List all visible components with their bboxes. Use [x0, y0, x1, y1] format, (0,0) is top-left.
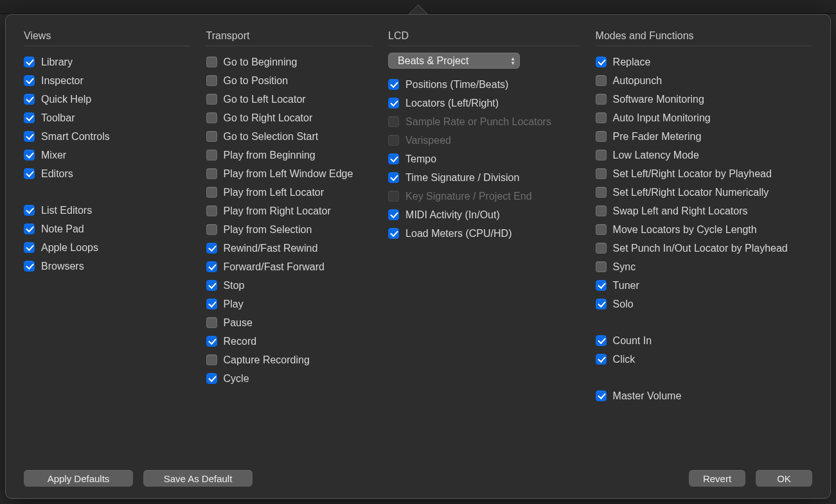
option-autopunch[interactable]: Autopunch [596, 71, 812, 90]
option-software-monitoring[interactable]: Software Monitoring [596, 90, 812, 109]
checkbox-software-monitoring[interactable] [596, 94, 607, 105]
option-load-meters-cpu-hd[interactable]: Load Meters (CPU/HD) [388, 224, 580, 243]
checkbox-rewind-fast-rewind[interactable] [206, 243, 217, 254]
checkbox-go-to-position[interactable] [206, 75, 217, 86]
checkbox-toolbar[interactable] [24, 112, 35, 123]
checkbox-tempo[interactable] [388, 153, 399, 164]
option-go-to-left-locator[interactable]: Go to Left Locator [206, 90, 373, 109]
option-capture-recording[interactable]: Capture Recording [206, 351, 373, 369]
checkbox-set-left-right-locator-numerically[interactable] [596, 187, 607, 198]
option-sync[interactable]: Sync [596, 257, 812, 276]
option-editors[interactable]: Editors [24, 164, 191, 183]
option-list-editors[interactable]: List Editors [24, 201, 191, 220]
ok-button[interactable]: OK [756, 470, 812, 487]
option-click[interactable]: Click [596, 350, 812, 369]
checkbox-play-from-left-locator[interactable] [206, 187, 217, 198]
option-library[interactable]: Library [24, 53, 191, 71]
checkbox-auto-input-monitoring[interactable] [596, 112, 607, 123]
checkbox-note-pad[interactable] [24, 223, 35, 234]
option-auto-input-monitoring[interactable]: Auto Input Monitoring [596, 109, 812, 127]
option-go-to-beginning[interactable]: Go to Beginning [206, 53, 373, 71]
option-browsers[interactable]: Browsers [24, 257, 191, 275]
option-tuner[interactable]: Tuner [596, 276, 812, 295]
checkbox-play-from-right-locator[interactable] [206, 205, 217, 216]
checkbox-mixer[interactable] [24, 150, 35, 161]
option-master-volume[interactable]: Master Volume [596, 387, 812, 405]
option-quick-help[interactable]: Quick Help [24, 90, 191, 109]
checkbox-editors[interactable] [24, 168, 35, 179]
checkbox-click[interactable] [596, 354, 607, 365]
option-replace[interactable]: Replace [596, 53, 812, 71]
option-go-to-position[interactable]: Go to Position [206, 71, 373, 90]
checkbox-midi-activity-in-out[interactable] [388, 209, 399, 220]
option-pre-fader-metering[interactable]: Pre Fader Metering [596, 127, 812, 146]
checkbox-browsers[interactable] [24, 261, 35, 272]
checkbox-library[interactable] [24, 56, 35, 67]
option-note-pad[interactable]: Note Pad [24, 220, 191, 238]
option-count-in[interactable]: Count In [596, 331, 812, 350]
checkbox-count-in[interactable] [596, 335, 607, 346]
checkbox-go-to-right-locator[interactable] [206, 112, 217, 123]
option-play-from-left-locator[interactable]: Play from Left Locator [206, 183, 373, 202]
option-locators-left-right[interactable]: Locators (Left/Right) [388, 94, 580, 112]
checkbox-tuner[interactable] [596, 280, 607, 291]
save-as-default-button[interactable]: Save As Default [143, 470, 253, 487]
option-play-from-selection[interactable]: Play from Selection [206, 220, 373, 239]
checkbox-forward-fast-forward[interactable] [206, 261, 217, 272]
checkbox-go-to-beginning[interactable] [206, 56, 217, 67]
checkbox-sync[interactable] [596, 261, 607, 272]
option-smart-controls[interactable]: Smart Controls [24, 127, 191, 146]
checkbox-locators-left-right[interactable] [388, 98, 399, 109]
option-rewind-fast-rewind[interactable]: Rewind/Fast Rewind [206, 239, 373, 257]
option-cycle[interactable]: Cycle [206, 369, 373, 388]
checkbox-cycle[interactable] [206, 373, 217, 384]
checkbox-play-from-beginning[interactable] [206, 150, 217, 161]
option-mixer[interactable]: Mixer [24, 146, 191, 164]
option-inspector[interactable]: Inspector [24, 71, 191, 90]
checkbox-replace[interactable] [596, 56, 607, 67]
checkbox-stop[interactable] [206, 280, 217, 291]
option-swap-left-and-right-locators[interactable]: Swap Left and Right Locators [596, 202, 812, 220]
checkbox-autopunch[interactable] [596, 75, 607, 86]
option-go-to-selection-start[interactable]: Go to Selection Start [206, 127, 373, 146]
checkbox-play-from-left-window-edge[interactable] [206, 168, 217, 179]
checkbox-pause[interactable] [206, 317, 217, 328]
checkbox-swap-left-and-right-locators[interactable] [596, 205, 607, 216]
option-pause[interactable]: Pause [206, 313, 373, 332]
checkbox-go-to-selection-start[interactable] [206, 131, 217, 142]
option-set-left-right-locator-numerically[interactable]: Set Left/Right Locator Numerically [596, 183, 812, 202]
checkbox-capture-recording[interactable] [206, 354, 217, 365]
option-forward-fast-forward[interactable]: Forward/Fast Forward [206, 257, 373, 276]
checkbox-pre-fader-metering[interactable] [596, 131, 607, 142]
checkbox-play[interactable] [206, 299, 217, 309]
option-play-from-left-window-edge[interactable]: Play from Left Window Edge [206, 164, 373, 183]
checkbox-smart-controls[interactable] [24, 131, 35, 142]
option-move-locators-by-cycle-length[interactable]: Move Locators by Cycle Length [596, 220, 812, 239]
option-play-from-right-locator[interactable]: Play from Right Locator [206, 202, 373, 220]
checkbox-low-latency-mode[interactable] [596, 150, 607, 161]
apply-defaults-button[interactable]: Apply Defaults [24, 470, 133, 487]
checkbox-play-from-selection[interactable] [206, 224, 217, 235]
checkbox-solo[interactable] [596, 299, 607, 309]
checkbox-go-to-left-locator[interactable] [206, 94, 217, 105]
option-stop[interactable]: Stop [206, 276, 373, 295]
option-midi-activity-in-out[interactable]: MIDI Activity (In/Out) [388, 205, 580, 224]
checkbox-apple-loops[interactable] [24, 242, 35, 253]
checkbox-positions-time-beats[interactable] [388, 79, 399, 90]
option-low-latency-mode[interactable]: Low Latency Mode [596, 146, 812, 164]
checkbox-inspector[interactable] [24, 75, 35, 86]
checkbox-quick-help[interactable] [24, 94, 35, 105]
checkbox-list-editors[interactable] [24, 205, 35, 216]
checkbox-time-signature-division[interactable] [388, 172, 399, 183]
option-time-signature-division[interactable]: Time Signature / Division [388, 168, 580, 187]
checkbox-set-punch-in-out-locator-by-playhead[interactable] [596, 243, 607, 254]
option-play[interactable]: Play [206, 295, 373, 313]
option-record[interactable]: Record [206, 332, 373, 351]
checkbox-record[interactable] [206, 336, 217, 347]
option-go-to-right-locator[interactable]: Go to Right Locator [206, 109, 373, 127]
lcd-mode-select[interactable]: Beats & Project ▲▼ [388, 53, 520, 69]
checkbox-set-left-right-locator-by-playhead[interactable] [596, 168, 607, 179]
option-apple-loops[interactable]: Apple Loops [24, 238, 191, 257]
option-toolbar[interactable]: Toolbar [24, 109, 191, 127]
option-tempo[interactable]: Tempo [388, 150, 580, 168]
